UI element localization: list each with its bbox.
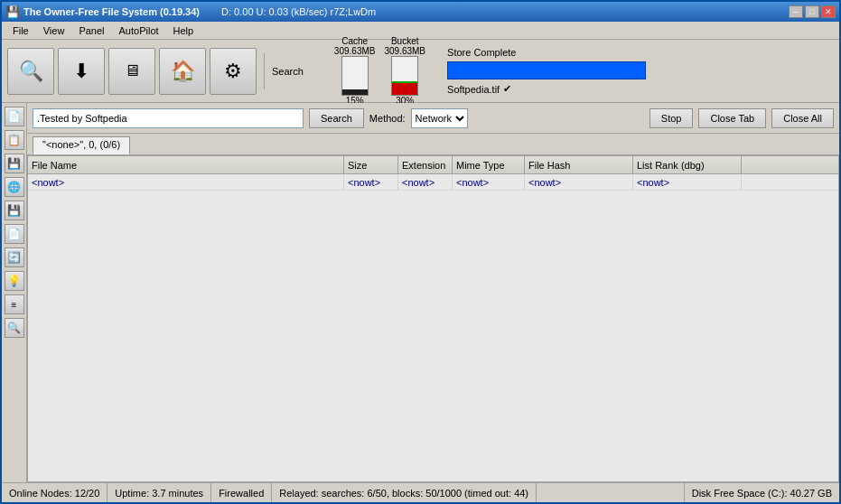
left-sidebar: 📄 📋 💾 🌐 💾 📄 🔄 💡 ≡ 🔍: [2, 103, 27, 482]
close-all-button[interactable]: Close All: [771, 108, 834, 128]
status-bar: Online Nodes: 12/20 Uptime: 3.7 minutes …: [2, 482, 839, 502]
table-row[interactable]: <nowt> <nowt> <nowt> <nowt> <nowt> <nowt…: [28, 174, 838, 191]
store-filename-text: Softpedia.tif: [447, 84, 500, 95]
cell-extension-0: <nowt>: [398, 174, 453, 190]
title-bar: 💾 The Owner-Free File System (0.19.34) D…: [2, 2, 839, 22]
settings-toolbar-icon: ⚙: [224, 60, 242, 83]
stop-button[interactable]: Stop: [649, 108, 694, 128]
store-filename-area: Softpedia.tif ✔: [447, 83, 646, 95]
menu-help[interactable]: Help: [166, 23, 201, 38]
settings-toolbar-button[interactable]: ⚙: [210, 48, 257, 95]
cache-label: Cache: [341, 36, 368, 46]
status-online-nodes: Online Nodes: 12/20: [2, 483, 107, 502]
table-body: <nowt> <nowt> <nowt> <nowt> <nowt> <nowt…: [28, 174, 838, 481]
title-stats: D: 0.00 U: 0.03 (kB/sec) r7Z;LwDm: [221, 6, 376, 17]
cell-size-0: <nowt>: [344, 174, 398, 190]
bucket-stat: Bucket 309.63MB 30%: [384, 36, 425, 106]
home-toolbar-icon: 🏠: [171, 60, 195, 83]
tab-bar: "<none>", 0, (0/6): [27, 134, 839, 155]
main-panel: Search Method: Network Local Both Stop C…: [27, 103, 839, 482]
body-area: 📄 📋 💾 🌐 💾 📄 🔄 💡 ≡ 🔍 Search Method: Netwo…: [2, 103, 839, 482]
search-toolbar-button[interactable]: 🔍: [7, 48, 54, 95]
col-header-filehash[interactable]: File Hash: [525, 156, 633, 173]
col-header-size[interactable]: Size: [344, 156, 398, 173]
search-button[interactable]: Search: [309, 108, 364, 128]
search-toolbar-label: Search: [272, 66, 304, 77]
search-bar: Search Method: Network Local Both Stop C…: [27, 103, 839, 134]
home-toolbar-button[interactable]: 🏠: [159, 48, 206, 95]
bucket-label: Bucket: [391, 36, 419, 46]
bucket-gauge-fill-red: [392, 83, 417, 95]
stats-gauges: Cache 309.63MB 15% Bucket 309.63MB 30%: [334, 36, 425, 106]
status-relayed: Relayed: searches: 6/50, blocks: 50/1000…: [272, 483, 537, 502]
cache-gauge: [341, 56, 369, 96]
menu-file[interactable]: File: [5, 23, 36, 38]
search-toolbar-icon: 🔍: [19, 60, 43, 83]
sidebar-icon-5[interactable]: 📄: [5, 224, 24, 244]
store-check-icon: ✔: [503, 83, 511, 95]
sidebar-icon-4[interactable]: 💾: [5, 201, 24, 220]
method-label: Method:: [369, 113, 406, 124]
sidebar-icon-9[interactable]: 🔍: [5, 318, 24, 338]
bucket-gauge: [391, 56, 418, 96]
store-complete-area: Store Complete Softpedia.tif ✔: [447, 47, 646, 95]
store-complete-label: Store Complete: [447, 47, 646, 58]
maximize-button[interactable]: □: [805, 5, 819, 18]
title-text: 💾 The Owner-Free File System (0.19.34) D…: [5, 5, 376, 19]
app-window: 💾 The Owner-Free File System (0.19.34) D…: [0, 0, 841, 504]
store-progress-bar: [447, 61, 646, 79]
menu-autopilot[interactable]: AutoPilot: [112, 23, 166, 38]
minimize-button[interactable]: ─: [789, 5, 803, 18]
search-input[interactable]: [33, 108, 304, 128]
status-uptime: Uptime: 3.7 minutes: [107, 483, 211, 502]
cell-mimetype-0: <nowt>: [453, 174, 525, 190]
col-header-filename[interactable]: File Name: [28, 156, 344, 173]
bucket-gauge-fill-green: [392, 81, 417, 83]
sidebar-icon-8[interactable]: ≡: [5, 294, 24, 314]
col-header-mimetype[interactable]: Mime Type: [453, 156, 525, 173]
network-toolbar-button[interactable]: 🖥: [108, 48, 155, 95]
status-firewalled: Firewalled: [211, 483, 272, 502]
toolbar: 🔍 ⬇ 🖥 🏠 ⚙ Search Cache 309.63MB: [2, 40, 839, 103]
sidebar-icon-7[interactable]: 💡: [5, 271, 24, 291]
tab-0[interactable]: "<none>", 0, (0/6): [33, 136, 130, 154]
search-label-area: Search: [272, 66, 304, 77]
toolbar-separator: [264, 53, 265, 89]
bucket-size: 309.63MB: [384, 46, 425, 56]
status-disk-free: Disk Free Space (C:): 40.27 GB: [684, 483, 839, 502]
title-controls: ─ □ ✕: [789, 5, 836, 18]
close-button[interactable]: ✕: [821, 5, 836, 18]
close-tab-button[interactable]: Close Tab: [698, 108, 766, 128]
sidebar-icon-2[interactable]: 💾: [5, 154, 24, 173]
download-toolbar-button[interactable]: ⬇: [58, 48, 105, 95]
title-label: The Owner-Free File System (0.19.34): [23, 6, 200, 17]
col-header-extension[interactable]: Extension: [398, 156, 453, 173]
sidebar-icon-1[interactable]: 📋: [5, 130, 24, 150]
cell-listrank-0: <nowt>: [633, 174, 742, 190]
menu-panel[interactable]: Panel: [71, 23, 111, 38]
col-header-listrank[interactable]: List Rank (dbg): [633, 156, 742, 173]
sidebar-icon-0[interactable]: 📄: [5, 107, 24, 126]
app-icon: 💾: [5, 5, 20, 19]
method-select[interactable]: Network Local Both: [411, 108, 468, 128]
menu-view[interactable]: View: [36, 23, 72, 38]
table-header: File Name Size Extension Mime Type File …: [28, 156, 838, 174]
cache-stat: Cache 309.63MB 15%: [334, 36, 376, 106]
sidebar-icon-3[interactable]: 🌐: [5, 177, 24, 197]
cache-gauge-fill: [342, 89, 368, 95]
main-content: File Name Size Extension Mime Type File …: [27, 155, 839, 482]
sidebar-icon-6[interactable]: 🔄: [5, 247, 24, 267]
cell-filename-0: <nowt>: [28, 174, 344, 190]
cell-filehash-0: <nowt>: [525, 174, 633, 190]
cache-size: 309.63MB: [334, 46, 376, 56]
network-toolbar-icon: 🖥: [124, 61, 140, 80]
download-toolbar-icon: ⬇: [73, 60, 89, 83]
